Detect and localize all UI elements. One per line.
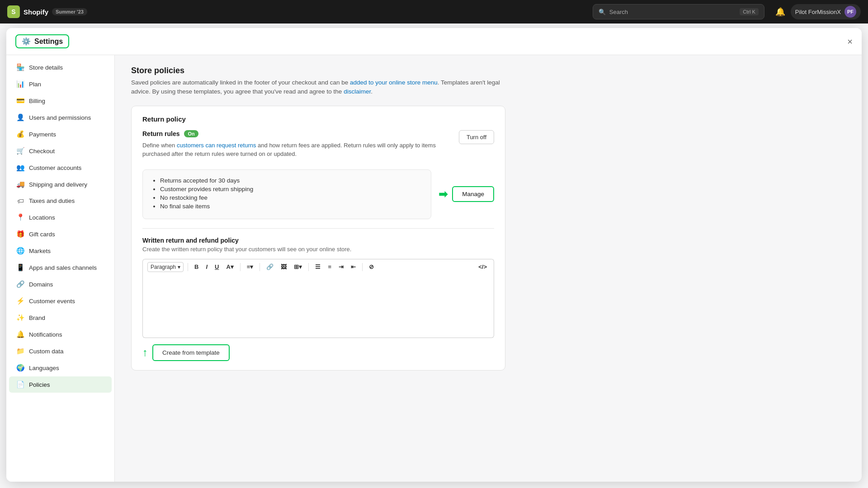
sidebar-label-taxes-and-duties: Taxes and duties — [29, 197, 75, 204]
status-badge: On — [184, 130, 198, 137]
summer-badge: Summer '23 — [52, 8, 87, 15]
sidebar-item-markets[interactable]: 🌐 Markets — [9, 243, 112, 259]
sidebar-icon-checkout: 🛒 — [16, 147, 24, 155]
sidebar-icon-markets: 🌐 — [16, 247, 24, 255]
code-button[interactable]: </> — [476, 262, 489, 272]
sidebar-icon-notifications: 🔔 — [16, 330, 24, 338]
table-button[interactable]: ⊞▾ — [292, 262, 304, 272]
search-bar[interactable]: 🔍 Search Ctrl K — [593, 4, 764, 19]
policy-card-title: Return policy — [142, 115, 494, 123]
sidebar-item-gift-cards[interactable]: 🎁 Gift cards — [9, 226, 112, 242]
rule-item: Customer provides return shipping — [160, 186, 422, 192]
ordered-list-button[interactable]: ≡ — [326, 262, 334, 272]
sidebar-label-checkout: Checkout — [29, 148, 55, 155]
policy-card: Return policy Return rules On Define whe… — [131, 106, 505, 371]
sidebar-label-custom-data: Custom data — [29, 348, 64, 355]
disclaimer-link[interactable]: disclaimer — [344, 88, 371, 95]
indent-button[interactable]: ⇥ — [336, 262, 346, 272]
sidebar-label-domains: Domains — [29, 281, 53, 288]
sidebar-item-locations[interactable]: 📍 Locations — [9, 209, 112, 225]
sidebar-item-languages[interactable]: 🌍 Languages — [9, 360, 112, 376]
clear-format-button[interactable]: ⊘ — [367, 262, 376, 272]
paragraph-select[interactable]: Paragraph ▾ — [147, 262, 184, 272]
sidebar-label-plan: Plan — [29, 81, 41, 88]
turn-off-button[interactable]: Turn off — [459, 130, 494, 144]
manage-button[interactable]: Manage — [452, 186, 494, 202]
align-button[interactable]: ≡▾ — [245, 262, 256, 272]
section-title: Store policies — [131, 66, 505, 75]
chevron-down-icon: ▾ — [178, 264, 180, 270]
sidebar-item-payments[interactable]: 💰 Payments — [9, 126, 112, 142]
sidebar-icon-users-and-permissions: 👤 — [16, 113, 24, 122]
sidebar-item-customer-events[interactable]: ⚡ Customer events — [9, 293, 112, 309]
sidebar-item-policies[interactable]: 📄 Policies — [9, 376, 112, 393]
sidebar-item-apps-and-sales-channels[interactable]: 📱 Apps and sales channels — [9, 259, 112, 276]
bold-button[interactable]: B — [192, 262, 201, 272]
sidebar-icon-plan: 📊 — [16, 80, 24, 88]
customers-request-returns-link[interactable]: customers can request returns — [177, 142, 256, 149]
topbar: S Shopify Summer '23 🔍 Search Ctrl K 🔔 P… — [0, 0, 868, 23]
main-content: Store policies Saved policies are automa… — [115, 55, 522, 392]
sidebar-item-domains[interactable]: 🔗 Domains — [9, 276, 112, 292]
sidebar-item-store-details[interactable]: 🏪 Store details — [9, 59, 112, 75]
sidebar-icon-languages: 🌍 — [16, 364, 24, 372]
unordered-list-button[interactable]: ☰ — [313, 262, 323, 272]
settings-body: 🏪 Store details 📊 Plan 💳 Billing 👤 Users… — [6, 55, 862, 482]
sidebar-item-taxes-and-duties[interactable]: 🏷 Taxes and duties — [9, 193, 112, 209]
user-chip[interactable]: Pilot ForMissionX PF — [791, 4, 861, 19]
outdent-button[interactable]: ⇤ — [349, 262, 358, 272]
sidebar-icon-locations: 📍 — [16, 213, 24, 221]
shopify-icon: S — [7, 5, 20, 18]
rule-item: No restocking fee — [160, 194, 422, 201]
rule-item: No final sale items — [160, 203, 422, 210]
sidebar-label-customer-events: Customer events — [29, 298, 75, 305]
toolbar-divider-3 — [259, 263, 260, 271]
sidebar-icon-gift-cards: 🎁 — [16, 230, 24, 238]
sidebar-label-locations: Locations — [29, 214, 55, 221]
sidebar-icon-customer-accounts: 👥 — [16, 164, 24, 172]
sidebar-item-checkout[interactable]: 🛒 Checkout — [9, 143, 112, 159]
image-button[interactable]: 🖼 — [278, 262, 289, 272]
sidebar-label-languages: Languages — [29, 365, 59, 371]
create-from-template-button[interactable]: Create from template — [152, 344, 230, 361]
sidebar-item-plan[interactable]: 📊 Plan — [9, 76, 112, 92]
sidebar-item-billing[interactable]: 💳 Billing — [9, 93, 112, 109]
sidebar-label-payments: Payments — [29, 131, 56, 138]
sidebar-item-notifications[interactable]: 🔔 Notifications — [9, 326, 112, 343]
written-policy-desc: Create the written return policy that yo… — [142, 246, 494, 253]
underline-button[interactable]: U — [212, 262, 221, 272]
sidebar-item-shipping-and-delivery[interactable]: 🚚 Shipping and delivery — [9, 176, 112, 192]
sidebar-icon-customer-events: ⚡ — [16, 297, 24, 305]
sidebar-item-users-and-permissions[interactable]: 👤 Users and permissions — [9, 109, 112, 126]
settings-header: ⚙️ Settings × — [6, 28, 862, 55]
online-store-menu-link[interactable]: added to your online store menu — [350, 79, 438, 86]
sidebar-icon-shipping-and-delivery: 🚚 — [16, 180, 24, 188]
settings-sidebar: 🏪 Store details 📊 Plan 💳 Billing 👤 Users… — [6, 55, 115, 482]
create-template-wrap: ↑ Create from template — [142, 344, 494, 361]
sidebar-icon-apps-and-sales-channels: 📱 — [16, 263, 24, 272]
sidebar-item-customer-accounts[interactable]: 👥 Customer accounts — [9, 160, 112, 176]
notification-button[interactable]: 🔔 — [775, 7, 785, 17]
template-arrow-icon: ↑ — [142, 346, 148, 359]
written-policy-section: Written return and refund policy Create … — [142, 228, 494, 361]
link-button[interactable]: 🔗 — [264, 262, 276, 272]
sidebar-label-gift-cards: Gift cards — [29, 231, 55, 238]
section-description: Saved policies are automatically linked … — [131, 78, 505, 97]
close-button[interactable]: × — [847, 37, 853, 46]
search-icon: 🔍 — [599, 9, 606, 15]
sidebar-label-shipping-and-delivery: Shipping and delivery — [29, 181, 87, 188]
sidebar-icon-custom-data: 📁 — [16, 347, 24, 355]
color-button[interactable]: A▾ — [224, 262, 236, 272]
italic-button[interactable]: I — [203, 262, 210, 272]
sidebar-item-custom-data[interactable]: 📁 Custom data — [9, 343, 112, 359]
settings-modal: ⚙️ Settings × 🏪 Store details 📊 Plan 💳 B… — [6, 28, 862, 482]
toolbar-divider-4 — [308, 263, 309, 271]
editor-body[interactable] — [142, 275, 494, 338]
gear-icon: ⚙️ — [22, 37, 31, 46]
sidebar-label-notifications: Notifications — [29, 331, 62, 338]
sidebar-item-brand[interactable]: ✨ Brand — [9, 310, 112, 326]
sidebar-icon-billing: 💳 — [16, 97, 24, 105]
sidebar-label-store-details: Store details — [29, 64, 63, 71]
settings-title: ⚙️ Settings — [15, 34, 69, 48]
avatar: PF — [844, 6, 856, 18]
